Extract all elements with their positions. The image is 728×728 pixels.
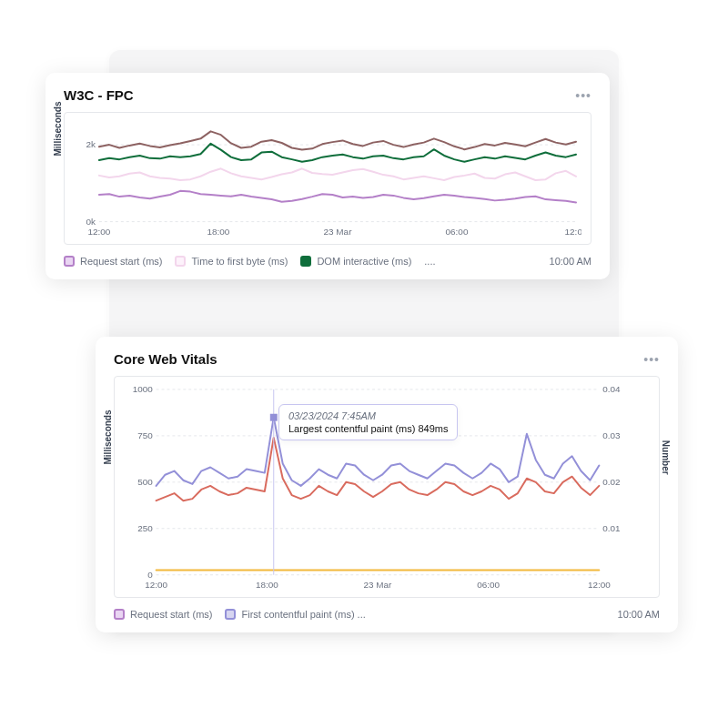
legend-swatch xyxy=(175,256,186,267)
last-updated: 10:00 AM xyxy=(618,609,660,620)
svg-text:23 Mar: 23 Mar xyxy=(323,227,352,237)
svg-text:12:00: 12:00 xyxy=(588,580,611,590)
legend-more[interactable]: .... xyxy=(424,256,435,267)
svg-text:1000: 1000 xyxy=(133,384,153,394)
card-title: Core Web Vitals xyxy=(114,351,217,367)
svg-text:250: 250 xyxy=(137,523,153,533)
legend: Request start (ms)Time to first byte (ms… xyxy=(64,256,436,267)
svg-rect-29 xyxy=(270,414,278,421)
svg-text:18:00: 18:00 xyxy=(207,227,229,237)
core-web-vitals-card: Core Web Vitals ••• Milliseconds Number … xyxy=(96,337,678,632)
y-axis-label-left: Milliseconds xyxy=(103,410,113,464)
svg-text:06:00: 06:00 xyxy=(477,580,500,590)
y-axis-label: Milliseconds xyxy=(53,101,63,156)
card-title: W3C - FPC xyxy=(64,87,134,103)
last-updated: 10:00 AM xyxy=(550,256,592,267)
chart-canvas: 2k0k12:0018:0023 Mar06:0012:00 xyxy=(74,120,581,238)
svg-text:12:00: 12:00 xyxy=(145,580,167,590)
svg-text:750: 750 xyxy=(137,430,153,440)
y-axis-label-right: Number xyxy=(662,440,672,475)
w3c-fpc-chart[interactable]: Milliseconds 2k0k12:0018:0023 Mar06:0012… xyxy=(64,112,592,245)
legend: Request start (ms)First contentful paint… xyxy=(114,609,366,620)
legend-swatch xyxy=(114,609,125,620)
legend-label: Time to first byte (ms) xyxy=(191,256,288,267)
legend-item[interactable]: DOM interactive (ms) xyxy=(300,256,411,267)
legend-swatch xyxy=(300,256,311,267)
svg-text:0: 0 xyxy=(147,570,153,580)
legend-item[interactable]: Request start (ms) xyxy=(114,609,212,620)
svg-text:0.04: 0.04 xyxy=(602,384,621,394)
legend-swatch xyxy=(225,609,236,620)
legend-item[interactable]: Request start (ms) xyxy=(64,256,162,267)
core-web-vitals-chart[interactable]: Milliseconds Number 100075050025000.040.… xyxy=(114,376,660,598)
legend-label: Request start (ms) xyxy=(130,609,212,620)
w3c-fpc-card: W3C - FPC ••• Milliseconds 2k0k12:0018:0… xyxy=(46,73,610,279)
more-menu-icon[interactable]: ••• xyxy=(575,88,592,103)
svg-text:2k: 2k xyxy=(86,139,96,149)
svg-text:0k: 0k xyxy=(86,217,96,227)
legend-item[interactable]: Time to first byte (ms) xyxy=(175,256,288,267)
svg-text:23 Mar: 23 Mar xyxy=(364,580,392,590)
more-menu-icon[interactable]: ••• xyxy=(643,352,660,367)
svg-text:18:00: 18:00 xyxy=(256,580,278,590)
svg-text:0.01: 0.01 xyxy=(602,523,621,533)
svg-text:06:00: 06:00 xyxy=(446,227,469,237)
chart-canvas: 100075050025000.040.030.020.0112:0018:00… xyxy=(124,384,628,592)
legend-label: First contentful paint (ms) ... xyxy=(241,609,365,620)
legend-label: DOM interactive (ms) xyxy=(317,256,411,267)
legend-item[interactable]: First contentful paint (ms) ... xyxy=(225,609,365,620)
svg-text:500: 500 xyxy=(137,477,153,487)
legend-swatch xyxy=(64,256,75,267)
svg-text:0.02: 0.02 xyxy=(602,477,620,487)
svg-text:12:00: 12:00 xyxy=(87,227,110,237)
legend-label: Request start (ms) xyxy=(80,256,162,267)
svg-text:12:00: 12:00 xyxy=(565,227,581,237)
svg-text:0.03: 0.03 xyxy=(602,430,621,440)
